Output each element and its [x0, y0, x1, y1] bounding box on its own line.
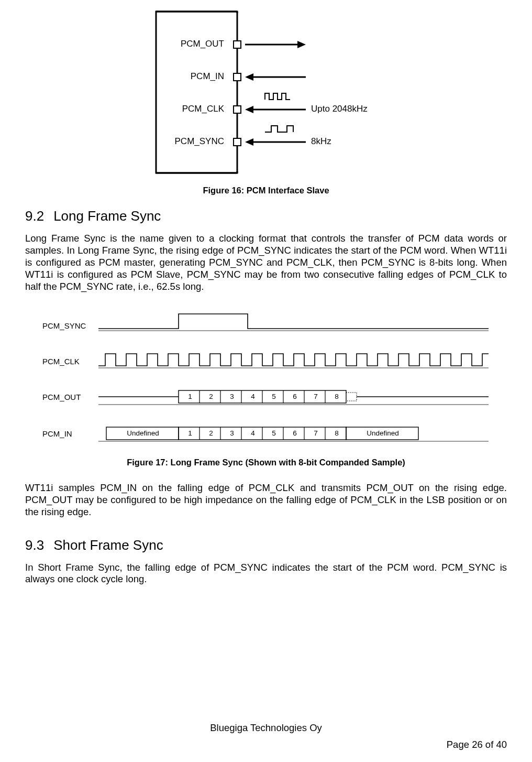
note-clk: Upto 2048kHz [311, 104, 368, 114]
svg-rect-5 [234, 73, 241, 81]
out-bit-1: 1 [185, 393, 195, 400]
svg-rect-4 [234, 41, 241, 48]
svg-rect-6 [234, 106, 241, 113]
in-undefined-right: Undefined [357, 429, 409, 437]
timing-label-out: PCM_OUT [42, 393, 95, 401]
signal-label-pcm-in: PCM_IN [172, 71, 224, 82]
footer-company: Bluegiga Technologies Oy [0, 722, 532, 734]
out-bit-2: 2 [206, 393, 216, 400]
in-bit-5: 5 [269, 429, 279, 437]
in-undefined-left: Undefined [117, 429, 169, 437]
heading-title: Long Frame Sync [53, 208, 161, 224]
figure-16: PCM_OUT PCM_IN PCM_CLK PCM_SYNC Upto 204… [25, 5, 507, 178]
para-9-2-2: WT11i samples PCM_IN on the falling edge… [25, 482, 507, 518]
para-9-3-1: In Short Frame Sync, the falling edge of… [25, 562, 507, 586]
out-bit-3: 3 [227, 393, 237, 400]
svg-rect-7 [234, 138, 241, 146]
in-bit-8: 8 [331, 429, 342, 437]
out-bit-7: 7 [311, 393, 321, 400]
heading-number: 9.2 [25, 208, 44, 224]
in-bit-3: 3 [227, 429, 237, 437]
timing-label-in: PCM_IN [42, 429, 95, 438]
in-bit-1: 1 [185, 429, 195, 437]
footer-page: Page 26 of 40 [447, 739, 507, 750]
signal-label-pcm-out: PCM_OUT [172, 39, 224, 49]
out-bit-6: 6 [290, 393, 300, 400]
timing-label-clk: PCM_CLK [42, 357, 95, 366]
out-bit-5: 5 [269, 393, 279, 400]
heading-title: Short Frame Sync [53, 537, 163, 553]
para-9-2-1: Long Frame Sync is the name given to a c… [25, 233, 507, 293]
heading-9-2: 9.2Long Frame Sync [25, 208, 507, 224]
in-bit-2: 2 [206, 429, 216, 437]
out-bit-4: 4 [248, 393, 258, 400]
heading-9-3: 9.3Short Frame Sync [25, 537, 507, 553]
note-sync: 8kHz [311, 136, 331, 147]
svg-marker-15 [245, 138, 253, 146]
figure-17: PCM_SYNC PCM_CLK PCM_OUT PCM_IN 1 2 3 4 … [25, 306, 507, 452]
signal-label-pcm-sync: PCM_SYNC [172, 136, 224, 147]
figure-17-caption: Figure 17: Long Frame Sync (Shown with 8… [25, 458, 507, 467]
in-bit-7: 7 [311, 429, 321, 437]
svg-marker-13 [245, 106, 253, 113]
heading-number: 9.3 [25, 537, 44, 553]
svg-marker-9 [297, 41, 306, 48]
svg-marker-11 [245, 73, 253, 81]
in-bit-6: 6 [290, 429, 300, 437]
out-bit-8: 8 [331, 393, 342, 400]
signal-label-pcm-clk: PCM_CLK [172, 104, 224, 114]
in-bit-4: 4 [248, 429, 258, 437]
timing-label-sync: PCM_SYNC [42, 321, 95, 330]
figure-16-caption: Figure 16: PCM Interface Slave [25, 186, 507, 195]
